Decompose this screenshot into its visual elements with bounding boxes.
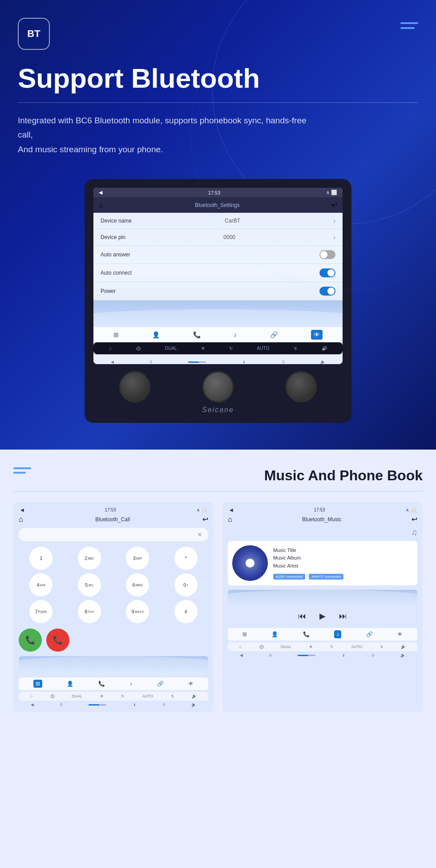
cc-power: ⏻: [50, 694, 54, 698]
music-title: Music Title: [273, 547, 413, 555]
call-icon-music[interactable]: ♪: [129, 681, 132, 687]
dial-key-2[interactable]: 2ABC: [78, 547, 101, 570]
call-icon-person[interactable]: 👤: [67, 681, 73, 687]
ctrl-volume[interactable]: 🔊: [322, 346, 327, 351]
toggle-auto-answer[interactable]: [319, 250, 335, 259]
ctrl-home[interactable]: ⌂: [109, 346, 112, 351]
status-time: 17:53: [208, 190, 221, 195]
nav-home-icon[interactable]: ⌂: [99, 201, 103, 209]
cc-auto: AUTO: [142, 694, 153, 698]
dial-key-hash[interactable]: #: [174, 600, 198, 623]
dial-key-4[interactable]: 4GHI: [29, 573, 52, 596]
knob-left[interactable]: [119, 371, 150, 402]
music-card: Music Title Music Album Music Artist A2D…: [228, 541, 417, 585]
bt-row-device-pin[interactable]: Device pin 0000 ›: [93, 229, 343, 246]
icon-music[interactable]: ♪: [234, 331, 237, 338]
ctrl-snowflake[interactable]: ❄: [201, 346, 205, 351]
chevron-icon: ›: [333, 217, 335, 224]
call-icon-eye[interactable]: 👁: [188, 681, 194, 687]
call-back-nav[interactable]: ↩: [202, 515, 208, 523]
bt-row-device-name[interactable]: Device name CarBT ›: [93, 213, 343, 229]
section-header: Music And Phone Book: [13, 467, 423, 491]
music-icon-phone[interactable]: 📞: [303, 631, 310, 637]
music-slider-row: ◀ 0 🌡 0 🔈: [228, 653, 417, 657]
dial-key-5[interactable]: 5JKL: [78, 573, 101, 596]
dial-key-1[interactable]: 1: [29, 547, 52, 570]
call-nav: ⌂ Bluetooth_Call ↩: [19, 515, 208, 523]
car-unit: ◀ 17:53 ∧ ⬜ ⌂ Bluetooth_Settings ↩ Devic…: [85, 179, 351, 423]
nav-back-icon[interactable]: ↩: [331, 201, 337, 209]
music-icon-eye[interactable]: 👁: [397, 631, 403, 637]
call-home-icon[interactable]: ⌂: [19, 515, 23, 523]
icon-grid[interactable]: ⊞: [113, 331, 119, 338]
dial-key-7[interactable]: 7PQRS: [29, 600, 52, 623]
call-back-icon: ◀: [20, 507, 24, 512]
brand-label: Seicane: [93, 406, 343, 414]
music-back-nav[interactable]: ↩: [412, 515, 417, 523]
music-icon-grid[interactable]: ⊞: [242, 631, 247, 637]
status-back-icon: ◀: [99, 190, 102, 195]
call-statusbar: ◀ 17:53 ∧ ⬜: [19, 507, 208, 512]
mc-dual: DUAL: [281, 645, 291, 649]
dial-key-0[interactable]: 0+: [174, 573, 198, 596]
phone-call-screen: ◀ 17:53 ∧ ⬜ ⌂ Bluetooth_Call ↩ ✕ 1 2ABC …: [13, 502, 214, 712]
dial-clear-icon[interactable]: ✕: [198, 531, 202, 538]
ctrl-dual[interactable]: DUAL: [165, 346, 177, 351]
dial-key-star[interactable]: *: [174, 547, 198, 570]
mc-home: ⌂: [239, 645, 242, 649]
call-nav-title: Bluetooth_Call: [95, 516, 130, 523]
section-menu-icon[interactable]: [13, 467, 31, 474]
knob-right[interactable]: [286, 371, 317, 402]
knob-row: [93, 371, 343, 402]
dial-key-6[interactable]: 6MNO: [126, 573, 149, 596]
music-info: Music Title Music Album Music Artist A2D…: [273, 547, 413, 580]
mc-fan: ↻: [330, 645, 334, 649]
music-artist: Music Artist: [273, 562, 413, 570]
mc-vol: 🔊: [401, 645, 406, 649]
knob-center[interactable]: [202, 371, 234, 402]
screen-content: Device name CarBT › Device pin 0000 › Au…: [93, 213, 343, 327]
music-icon-link[interactable]: 🔗: [366, 631, 373, 637]
dial-key-3[interactable]: 3DEF: [126, 547, 149, 570]
call-icon-link[interactable]: 🔗: [157, 681, 164, 687]
next-track-icon[interactable]: ⏭: [339, 612, 347, 621]
dial-grid: 1 2ABC 3DEF * 4GHI 5JKL 6MNO 0+ 7PQRS 8T…: [19, 547, 208, 623]
call-wave: [19, 656, 208, 674]
prev-track-icon[interactable]: ⏮: [298, 612, 306, 621]
music-album: Music Album: [273, 554, 413, 562]
mc-auto: AUTO: [351, 645, 362, 649]
ctrl-auto[interactable]: AUTO: [257, 346, 270, 351]
cc-dual: DUAL: [72, 694, 82, 698]
ctrl-power[interactable]: ⏻: [136, 346, 141, 351]
toggle-auto-connect[interactable]: [319, 268, 335, 277]
icon-phone[interactable]: 📞: [193, 331, 201, 338]
call-icon-grid-active[interactable]: ⊞: [33, 680, 42, 688]
call-icon-phone[interactable]: 📞: [98, 681, 105, 687]
car-controls-bar: ⌂ ⏻ DUAL ❄ ↻ AUTO ↯ 🔊: [93, 342, 343, 354]
status-icons: ∧ ⬜: [326, 190, 337, 195]
play-icon[interactable]: ▶: [319, 611, 326, 621]
music-time: 17:53: [314, 507, 325, 512]
music-nav-title: Bluetooth_Music: [302, 516, 342, 523]
dial-key-9[interactable]: 9WXYZ: [126, 600, 149, 623]
icon-person[interactable]: 👤: [152, 331, 160, 338]
menu-icon[interactable]: [400, 18, 418, 29]
call-answer-button[interactable]: 📞: [19, 629, 42, 652]
bt-row-auto-connect[interactable]: Auto connect: [93, 264, 343, 282]
music-home-icon[interactable]: ⌂: [228, 515, 232, 523]
bt-row-auto-answer[interactable]: Auto answer: [93, 246, 343, 264]
ctrl-fan[interactable]: ↻: [229, 346, 233, 351]
bt-row-power[interactable]: Power: [93, 282, 343, 300]
icon-link[interactable]: 🔗: [270, 331, 278, 338]
toggle-power[interactable]: [319, 287, 335, 296]
call-time: 17:53: [105, 507, 116, 512]
album-art-center: [246, 559, 254, 568]
car-unit-wrapper: ◀ 17:53 ∧ ⬜ ⌂ Bluetooth_Settings ↩ Devic…: [18, 179, 418, 423]
music-icon-person[interactable]: 👤: [271, 631, 278, 637]
icon-eye-active[interactable]: 👁: [311, 330, 323, 340]
music-icon-note-active[interactable]: ♪: [334, 630, 341, 638]
dial-key-8[interactable]: 8TUV: [78, 600, 101, 623]
dial-input[interactable]: ✕: [19, 528, 208, 541]
ctrl-arrows[interactable]: ↯: [294, 346, 297, 351]
call-hangup-button[interactable]: 📞: [46, 629, 69, 652]
